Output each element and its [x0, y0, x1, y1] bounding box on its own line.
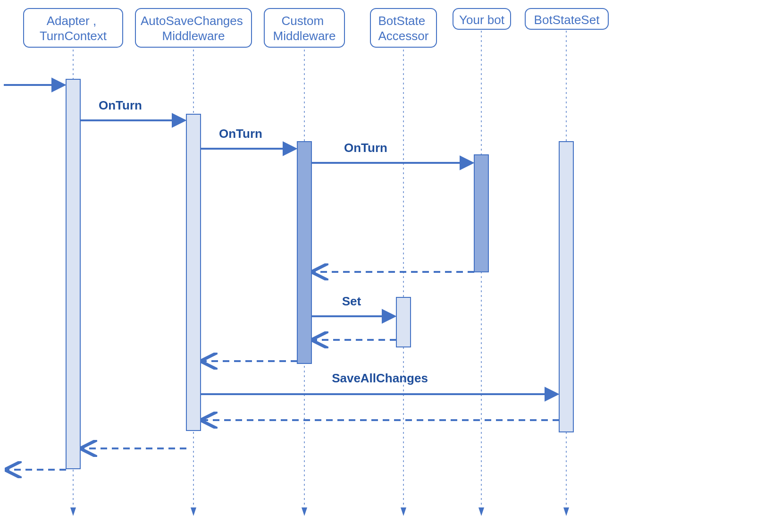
svg-marker-11 [563, 507, 569, 516]
message-label: OnTurn [344, 141, 387, 155]
participant-custom-middleware: Custom Middleware [264, 8, 344, 47]
participant-label: Accessor [378, 29, 429, 43]
svg-marker-1 [70, 507, 76, 516]
svg-text:BotStateSet: BotStateSet [534, 13, 600, 27]
svg-marker-5 [302, 507, 307, 516]
message-label: Set [342, 294, 361, 308]
activation-yourbot [474, 155, 488, 272]
svg-marker-9 [478, 507, 484, 516]
participant-label: Your bot [459, 13, 505, 27]
participant-label: Middleware [273, 29, 336, 43]
activation-custom [297, 142, 311, 363]
participant-label: Middleware [162, 29, 225, 43]
participant-adapter: Adapter , TurnContext [24, 8, 123, 47]
message-label: SaveAllChanges [332, 371, 428, 385]
participant-label: BotState [378, 14, 426, 28]
activation-botstateset [559, 142, 573, 432]
participant-your-bot: Your bot [453, 8, 511, 29]
participant-label: AutoSaveChanges [141, 14, 243, 28]
lifelines [70, 31, 569, 516]
participant-autosave-middleware: AutoSaveChanges Middleware [135, 8, 252, 47]
activation-adapter [66, 79, 80, 469]
activation-autosave [186, 114, 201, 431]
svg-text:Your bot: Your bot [459, 13, 505, 27]
participant-label: BotStateSet [534, 13, 600, 27]
message-label: OnTurn [99, 98, 142, 112]
participant-label: Adapter , [47, 14, 97, 28]
participant-label: TurnContext [40, 29, 107, 43]
participant-botstate-accessor: BotState Accessor [370, 8, 436, 47]
participant-label: Custom [282, 14, 324, 28]
svg-marker-3 [191, 507, 196, 516]
message-label: OnTurn [219, 127, 262, 141]
svg-marker-7 [401, 507, 406, 516]
participant-botstateset: BotStateSet [525, 8, 608, 29]
activation-accessor [396, 297, 411, 347]
sequence-diagram: Adapter , TurnContext AutoSaveChanges Mi… [0, 0, 772, 532]
